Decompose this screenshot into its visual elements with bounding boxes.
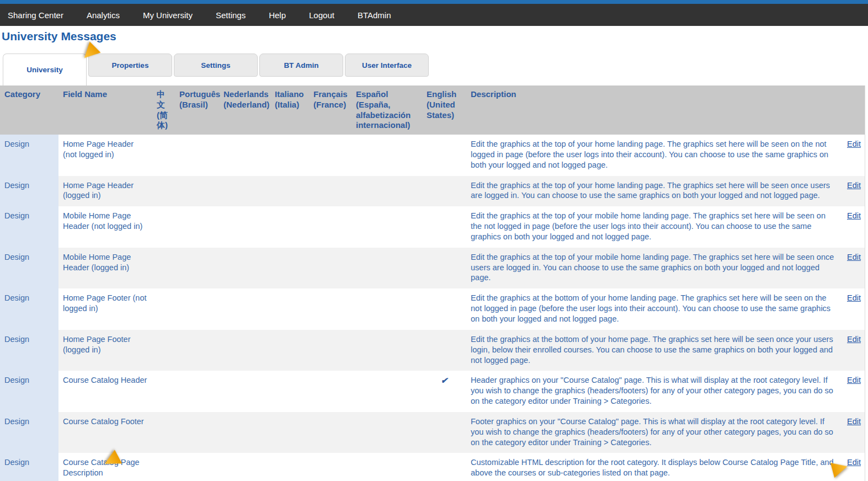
category-cell: Design — [0, 248, 58, 289]
col-header-french: Français (France) — [309, 85, 352, 135]
check-chinese-cell — [152, 412, 175, 453]
check-spanish-cell — [352, 288, 422, 330]
nav-logout[interactable]: Logout — [309, 10, 334, 20]
category-cell: Design — [0, 412, 58, 453]
check-french-cell — [309, 288, 352, 330]
check-english-cell — [422, 135, 466, 176]
check-portuguese-cell — [175, 453, 219, 481]
edit-link[interactable]: Edit — [847, 335, 861, 344]
messages-table: Category Field Name 中文(简体) Português (Br… — [0, 85, 865, 481]
top-accent-bar — [0, 0, 868, 4]
field-name-cell: Home Page Header (not logged in) — [58, 135, 152, 176]
tab-university[interactable]: University — [3, 54, 87, 85]
check-italian-cell — [270, 248, 309, 289]
check-dutch-cell — [219, 453, 270, 481]
check-dutch-cell — [219, 135, 270, 176]
check-english-cell — [422, 206, 466, 248]
edit-link[interactable]: Edit — [847, 181, 861, 190]
nav-my-university[interactable]: My University — [143, 10, 193, 20]
tab-user-interface[interactable]: User Interface — [345, 54, 429, 77]
check-portuguese-cell — [175, 176, 219, 207]
check-french-cell — [309, 371, 352, 412]
check-chinese-cell — [152, 176, 175, 207]
check-chinese-cell — [152, 206, 175, 248]
category-cell: Design — [0, 453, 58, 481]
nav-analytics[interactable]: Analytics — [87, 10, 120, 20]
check-italian-cell — [270, 371, 309, 412]
table-row: Design Course Catalog Page Description C… — [0, 453, 865, 481]
col-header-edit — [844, 85, 865, 135]
table-row: Design Mobile Home Page Header (not logg… — [0, 206, 865, 248]
check-spanish-cell — [352, 330, 422, 371]
field-name-cell: Mobile Home Page Header (not logged in) — [58, 206, 152, 248]
description-cell: Edit the graphics at the top of your hom… — [466, 176, 844, 207]
check-italian-cell — [270, 330, 309, 371]
check-italian-cell — [270, 453, 309, 481]
tab-properties[interactable]: Properties — [88, 54, 172, 77]
tab-bar: University Properties Settings BT Admin … — [0, 54, 868, 85]
nav-settings[interactable]: Settings — [216, 10, 246, 20]
col-header-spanish: Español (España, alfabetización internac… — [352, 85, 422, 135]
field-name-cell: Home Page Footer (not logged in) — [58, 288, 152, 330]
check-chinese-cell — [152, 135, 175, 176]
category-cell: Design — [0, 176, 58, 207]
edit-link[interactable]: Edit — [847, 458, 861, 467]
edit-link[interactable]: Edit — [847, 211, 861, 220]
table-row: Design Home Page Header (logged in) Edit… — [0, 176, 865, 207]
check-chinese-cell — [152, 288, 175, 330]
category-cell: Design — [0, 135, 58, 176]
check-spanish-cell — [352, 371, 422, 412]
check-english-cell — [422, 288, 466, 330]
check-portuguese-cell — [175, 330, 219, 371]
edit-link[interactable]: Edit — [847, 376, 861, 384]
col-header-category: Category — [0, 85, 58, 135]
check-chinese-cell — [152, 330, 175, 371]
description-cell: Edit the graphics at the bottom of your … — [466, 288, 844, 330]
description-cell: Edit the graphics at the top of your hom… — [466, 135, 844, 176]
tab-bt-admin[interactable]: BT Admin — [259, 54, 343, 77]
edit-link[interactable]: Edit — [847, 417, 861, 426]
edit-link[interactable]: Edit — [847, 293, 861, 302]
col-header-portuguese: Português (Brasil) — [175, 85, 219, 135]
check-italian-cell — [270, 288, 309, 330]
field-name-cell: Home Page Header (logged in) — [58, 176, 152, 207]
check-french-cell — [309, 176, 352, 207]
col-header-english: English (United States) — [422, 85, 466, 135]
check-french-cell — [309, 206, 352, 248]
description-cell: Edit the graphics at the top of your mob… — [466, 206, 844, 248]
check-dutch-cell — [219, 288, 270, 330]
table-header-row: Category Field Name 中文(简体) Português (Br… — [0, 85, 865, 135]
category-cell: Design — [0, 330, 58, 371]
col-header-dutch: Nederlands (Nederland) — [219, 85, 270, 135]
category-cell: Design — [0, 288, 58, 330]
col-header-italian: Italiano (Italia) — [270, 85, 309, 135]
nav-sharing-center[interactable]: Sharing Center — [8, 10, 63, 20]
check-italian-cell — [270, 412, 309, 453]
description-cell: Header graphics on your "Course Catalog"… — [466, 371, 844, 412]
check-spanish-cell — [352, 176, 422, 207]
field-name-cell: Mobile Home Page Header (logged in) — [58, 248, 152, 289]
check-italian-cell — [270, 135, 309, 176]
nav-help[interactable]: Help — [269, 10, 286, 20]
description-cell: Edit the graphics at the bottom of your … — [466, 330, 844, 371]
check-english-cell — [422, 330, 466, 371]
check-chinese-cell — [152, 371, 175, 412]
field-name-cell: Course Catalog Footer — [58, 412, 152, 453]
page-title: University Messages — [2, 29, 868, 44]
edit-link[interactable]: Edit — [847, 140, 861, 148]
check-chinese-cell — [152, 453, 175, 481]
table-row: Design Home Page Footer (logged in) Edit… — [0, 330, 865, 371]
check-dutch-cell — [219, 248, 270, 289]
field-name-cell: Course Catalog Header — [58, 371, 152, 412]
check-french-cell — [309, 248, 352, 289]
check-english-cell — [422, 248, 466, 289]
edit-link[interactable]: Edit — [847, 253, 861, 261]
tab-settings[interactable]: Settings — [174, 54, 258, 77]
category-cell: Design — [0, 371, 58, 412]
check-portuguese-cell — [175, 206, 219, 248]
nav-btadmin[interactable]: BTAdmin — [358, 10, 391, 20]
table-row: Design Mobile Home Page Header (logged i… — [0, 248, 865, 289]
check-spanish-cell — [352, 135, 422, 176]
check-french-cell — [309, 453, 352, 481]
table-row: Design Course Catalog Header ✔ Header gr… — [0, 371, 865, 412]
